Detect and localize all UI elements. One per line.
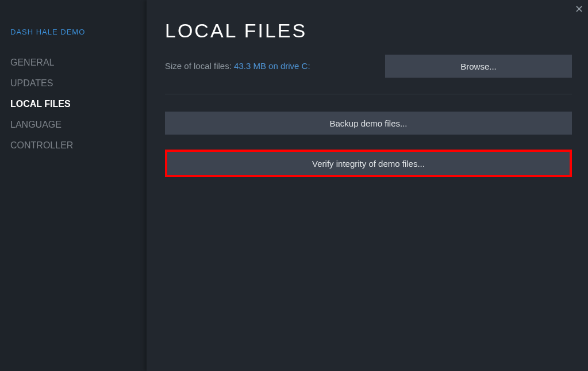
page-title: LOCAL FILES	[165, 20, 572, 42]
sidebar-item-updates[interactable]: UPDATES	[10, 73, 147, 94]
close-icon[interactable]: ✕	[573, 3, 585, 15]
browse-button[interactable]: Browse...	[385, 55, 572, 78]
size-value-link[interactable]: 43.3 MB on drive C:	[234, 61, 310, 71]
divider	[165, 94, 572, 94]
verify-highlight: Verify integrity of demo files...	[165, 150, 572, 177]
sidebar-item-local-files[interactable]: LOCAL FILES	[10, 94, 147, 114]
backup-button[interactable]: Backup demo files...	[165, 112, 572, 135]
size-label: Size of local files:	[165, 61, 234, 71]
verify-button[interactable]: Verify integrity of demo files...	[167, 152, 570, 175]
size-row: Size of local files: 43.3 MB on drive C:…	[165, 55, 572, 78]
sidebar-item-controller[interactable]: CONTROLLER	[10, 135, 147, 156]
sidebar-item-general[interactable]: GENERAL	[10, 52, 147, 73]
sidebar: DASH HALE DEMO GENERAL UPDATES LOCAL FIL…	[0, 0, 147, 371]
size-text-wrapper: Size of local files: 43.3 MB on drive C:	[165, 61, 310, 71]
sidebar-item-language[interactable]: LANGUAGE	[10, 114, 147, 135]
main-panel: ✕ LOCAL FILES Size of local files: 43.3 …	[147, 0, 588, 371]
sidebar-title: DASH HALE DEMO	[10, 28, 147, 36]
